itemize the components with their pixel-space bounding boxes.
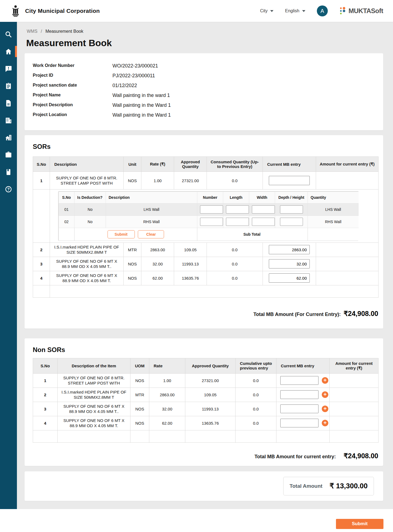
col-consumed-qty: Consumed Quantity (Up-to Previous Entry) (207, 157, 263, 172)
current-mb-entry-input[interactable] (280, 376, 318, 385)
non-sors-empty-row (33, 430, 379, 442)
clipboard-icon (5, 82, 12, 90)
amount-cell (316, 172, 379, 190)
announcement-icon (5, 65, 12, 73)
current-mb-entry-cell: + (276, 416, 330, 430)
org-name: City Municipal Corporation (25, 8, 100, 14)
detail-value: 01/12/2022 (112, 83, 137, 88)
col-current-mb-entry: Current MB entry (263, 157, 316, 172)
width-input[interactable] (252, 218, 275, 226)
amount-cell (316, 271, 379, 285)
home-work-icon (5, 134, 12, 141)
col-quantity: Quantity (308, 192, 359, 203)
approved-qty-cell: 109.05 (185, 388, 236, 402)
length-input[interactable] (226, 218, 249, 226)
description-cell: SUPPLY OF ONE NO OF 6 MT X 88.9 MM OD X … (50, 257, 124, 271)
current-mb-entry-input[interactable] (269, 259, 310, 268)
non-sors-table: S.No Description of the Item UOM Rate Ap… (33, 358, 379, 443)
city-dropdown[interactable]: City (260, 8, 274, 13)
detail-row: Project LocationWall painting in the War… (33, 112, 375, 118)
sno-cell: 2 (33, 243, 50, 257)
length-input[interactable] (226, 205, 249, 214)
number-input[interactable] (200, 205, 223, 214)
length-cell (223, 216, 249, 228)
current-mb-entry-input[interactable] (280, 404, 318, 413)
depth-height-input[interactable] (280, 218, 303, 226)
measurements-submit-button[interactable]: Submit (108, 230, 135, 238)
depth-height-cell (275, 203, 308, 216)
submit-button[interactable]: Submit (336, 519, 383, 529)
sidebar-item-reports[interactable] (0, 163, 17, 181)
total-amount-value: ₹ 13,300.00 (330, 482, 368, 490)
measurements-header-row: S.No Is Deduction? Description Number Le… (59, 192, 359, 203)
sors-header-row: S.No Description Unit Rate (₹) Approved … (33, 157, 379, 172)
home-icon (5, 48, 12, 55)
number-input[interactable] (200, 218, 223, 226)
approved-qty-cell: 11993.13 (174, 257, 207, 271)
col-length: Length (223, 192, 249, 203)
detail-row: Project IDPJ/2022-23/000011 (33, 73, 375, 79)
briefcase-icon (5, 151, 12, 159)
description-cell: RHS Wall (106, 216, 197, 228)
cumulative-qty-cell: 0.0 (236, 373, 276, 388)
sidebar-item-tasks[interactable] (0, 77, 17, 94)
current-mb-entry-input[interactable] (269, 176, 310, 185)
current-mb-entry-input[interactable] (280, 419, 318, 427)
sidebar: ? (0, 22, 17, 509)
is-deduction-cell: No (75, 216, 106, 228)
breadcrumb-wms-link[interactable]: WMS (27, 29, 37, 34)
add-entry-plus-icon[interactable]: + (322, 406, 328, 412)
col-unit: Unit (124, 157, 141, 172)
unit-cell: NOS (124, 257, 141, 271)
sidebar-item-home[interactable] (0, 43, 17, 60)
consumed-qty-cell: 0.0 (207, 271, 263, 285)
sidebar-item-documents[interactable] (0, 94, 17, 112)
depth-height-input[interactable] (280, 205, 303, 214)
chevron-down-icon (302, 10, 305, 12)
current-mb-entry-input[interactable] (280, 390, 318, 399)
sidebar-item-works[interactable] (0, 146, 17, 163)
unit-cell: NOS (124, 271, 141, 285)
sidebar-item-help[interactable]: ? (0, 181, 17, 198)
add-entry-plus-icon[interactable]: + (322, 420, 328, 426)
detail-label: Project Description (33, 102, 112, 108)
user-avatar[interactable]: A (317, 5, 328, 16)
uom-cell: NOS (130, 402, 149, 416)
approved-qty-cell: 109.05 (174, 243, 207, 257)
language-dropdown[interactable]: English (285, 8, 305, 13)
sidebar-item-estate[interactable] (0, 129, 17, 146)
chevron-down-icon (270, 10, 273, 12)
detail-label: Work Order Number (33, 63, 112, 69)
measurements-subtable-card: S.No Is Deduction? Description Number Le… (58, 191, 359, 241)
description-cell: SUPPLY OF ONE NO OF 6 MT X 88.9 MM OD X … (58, 402, 130, 416)
main-content: WMS / Measurement Book Measurement Book … (17, 22, 393, 509)
muktasoft-dots-icon (339, 7, 347, 15)
sno-cell: 02 (59, 216, 75, 228)
add-entry-plus-icon[interactable]: + (322, 377, 328, 384)
amount-cell (316, 243, 379, 257)
sors-total-value: ₹24,908.00 (344, 310, 378, 317)
sidebar-item-search[interactable] (0, 26, 17, 43)
width-input[interactable] (252, 205, 275, 214)
number-cell (197, 216, 223, 228)
bookmark-icon (5, 168, 12, 176)
col-uom: UOM (130, 358, 149, 373)
building-icon (5, 117, 12, 124)
sors-measurements-row: S.No Is Deduction? Description Number Le… (33, 190, 379, 243)
quantity-cell: LHS Wall (308, 203, 359, 216)
col-sno: S.No (59, 192, 75, 203)
measurements-clear-button[interactable]: Clear (138, 230, 164, 238)
measurements-footer-row: Submit Clear Sub Total (59, 228, 359, 241)
city-dropdown-label: City (260, 8, 268, 13)
sors-row: 2 I.S.I.marked HDPE PLAIN PIPE OF SIZE 5… (33, 243, 379, 257)
sidebar-item-organisation[interactable] (0, 112, 17, 129)
sors-row: 4 SUPPLY OF ONE NO OF 6 MT X 88.9 MM OD … (33, 271, 379, 285)
add-entry-plus-icon[interactable]: + (322, 391, 328, 398)
current-mb-entry-input[interactable] (269, 273, 310, 283)
sidebar-item-announcements[interactable] (0, 60, 17, 77)
current-mb-entry-input[interactable] (269, 245, 310, 254)
language-dropdown-label: English (285, 8, 299, 13)
description-cell: SUPPLY OF ONE NO OF 8 MTR. STREET LAMP P… (58, 373, 130, 388)
current-mb-entry-cell: + (276, 388, 330, 402)
description-cell: LHS Wall (106, 203, 197, 216)
